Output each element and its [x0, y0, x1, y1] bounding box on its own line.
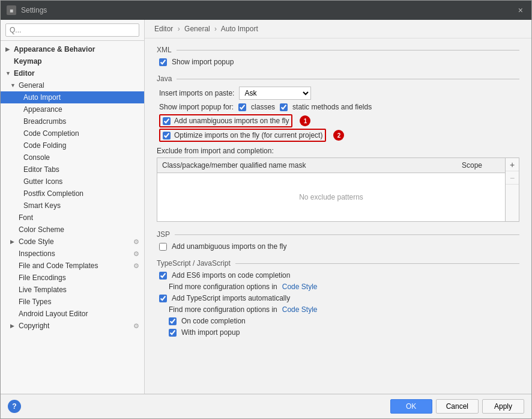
table-add-button[interactable]: +: [506, 158, 519, 171]
sidebar-item-label: Keymap: [14, 57, 42, 66]
insert-imports-select[interactable]: Ask Always Never: [239, 87, 311, 100]
ok-button[interactable]: OK: [390, 399, 432, 414]
sidebar-item-label: Appearance: [23, 105, 62, 114]
jsp-section-label: JSP: [157, 230, 519, 239]
expand-arrow: [10, 287, 16, 293]
add-typescript-checkbox[interactable]: [159, 295, 167, 302]
find-more-ts-prefix: Find more configuration options in: [169, 305, 277, 314]
optimize-imports-row: Optimize imports on the fly (for current…: [157, 129, 519, 142]
sidebar-item-label: General: [19, 81, 44, 90]
help-button[interactable]: ?: [8, 400, 21, 413]
sidebar-item-label: Editor: [14, 69, 35, 78]
sidebar-item-general[interactable]: ▼ General: [1, 79, 144, 91]
sidebar-tree: ▶ Appearance & Behavior Keymap ▼ Editor …: [1, 41, 144, 394]
code-style-link-ts[interactable]: Code Style: [282, 305, 318, 314]
title-bar-left: ■ Settings: [7, 5, 47, 15]
exclude-label: Exclude from import and completion:: [157, 147, 519, 155]
breadcrumb-part-editor: Editor: [154, 25, 173, 33]
search-box: [1, 20, 144, 41]
badge-2: 2: [333, 130, 344, 141]
with-import-popup-label: With import popup: [181, 328, 240, 337]
title-bar: ■ Settings ×: [1, 1, 531, 20]
sidebar-item-label: Editor Tabs: [23, 165, 59, 174]
xml-show-import-popup-label: Show import popup: [172, 58, 234, 66]
jsp-unambiguous-checkbox[interactable]: [159, 243, 167, 251]
java-unambiguous-checkbox[interactable]: [163, 117, 171, 125]
sidebar-item-postfix-completion[interactable]: Postfix Completion: [1, 188, 144, 200]
gear-icon: ⚙: [133, 250, 139, 258]
sidebar-item-color-scheme[interactable]: Color Scheme: [1, 224, 144, 236]
xml-section: XML Show import popup: [157, 46, 519, 66]
code-style-link-es6[interactable]: Code Style: [282, 283, 318, 291]
sidebar: ▶ Appearance & Behavior Keymap ▼ Editor …: [1, 20, 145, 394]
sidebar-item-font[interactable]: Font: [1, 212, 144, 224]
add-es6-label: Add ES6 imports on code completion: [172, 271, 290, 280]
breadcrumb-part-autoimport: Auto Import: [221, 25, 258, 33]
sidebar-item-android-layout-editor[interactable]: Android Layout Editor: [1, 308, 144, 320]
sidebar-item-code-folding[interactable]: Code Folding: [1, 139, 144, 151]
app-icon: ■: [7, 5, 16, 15]
add-typescript-row: Add TypeScript imports automatically: [157, 294, 519, 302]
sidebar-item-copyright[interactable]: ▶ Copyright ⚙: [1, 320, 144, 332]
expand-arrow: [15, 106, 21, 112]
expand-arrow: [15, 191, 21, 197]
xml-show-import-popup-checkbox[interactable]: [159, 58, 167, 66]
add-unambiguous-row: Add unambiguous imports on the fly 1: [157, 114, 519, 127]
sidebar-item-appearance[interactable]: Appearance: [1, 103, 144, 115]
search-input[interactable]: [5, 23, 139, 37]
sidebar-item-auto-import[interactable]: Auto Import: [1, 91, 144, 103]
java-unambiguous-label: Add unambiguous imports on the fly: [174, 117, 289, 125]
sidebar-item-label: Color Scheme: [19, 225, 64, 234]
sidebar-item-console[interactable]: Console: [1, 151, 144, 164]
expand-arrow: [15, 118, 21, 124]
sidebar-item-file-types[interactable]: File Types: [1, 296, 144, 308]
expand-arrow: [15, 167, 21, 173]
expand-arrow: [10, 311, 16, 317]
breadcrumb: Editor › General › Auto Import: [145, 20, 531, 38]
breadcrumb-part-general: General: [184, 25, 210, 33]
sidebar-item-live-templates[interactable]: Live Templates: [1, 284, 144, 296]
expand-arrow: [15, 142, 21, 148]
optimize-imports-bordered: Optimize imports on the fly (for current…: [159, 129, 326, 142]
sidebar-item-editor[interactable]: ▼ Editor: [1, 67, 144, 79]
dialog-body: ▶ Appearance & Behavior Keymap ▼ Editor …: [1, 20, 531, 394]
add-es6-checkbox[interactable]: [159, 272, 167, 280]
expand-arrow: [5, 58, 11, 64]
sidebar-item-breadcrumbs[interactable]: Breadcrumbs: [1, 115, 144, 127]
jsp-add-unambiguous-row: Add unambiguous imports on the fly: [157, 242, 519, 251]
sidebar-item-code-completion[interactable]: Code Completion: [1, 127, 144, 139]
sidebar-item-label: Copyright: [19, 322, 49, 330]
sidebar-item-keymap[interactable]: Keymap: [1, 55, 144, 67]
add-es6-row: Add ES6 imports on code completion: [157, 271, 519, 280]
find-more-es6-row: Find more configuration options in Code …: [157, 283, 519, 291]
sidebar-item-file-code-templates[interactable]: File and Code Templates ⚙: [1, 260, 144, 272]
sidebar-item-editor-tabs[interactable]: Editor Tabs: [1, 164, 144, 176]
main-content: Editor › General › Auto Import XML Show …: [145, 20, 531, 394]
java-optimize-label: Optimize imports on the fly (for current…: [174, 131, 322, 139]
sidebar-item-label: Smart Keys: [23, 201, 61, 210]
java-optimize-checkbox[interactable]: [163, 132, 171, 139]
sidebar-item-gutter-icons[interactable]: Gutter Icons: [1, 176, 144, 188]
with-import-popup-checkbox[interactable]: [169, 329, 177, 337]
gear-icon: ⚙: [133, 238, 139, 246]
sidebar-item-label: File Types: [19, 298, 51, 306]
close-button[interactable]: ×: [516, 4, 525, 16]
java-classes-checkbox[interactable]: [238, 103, 246, 111]
xml-section-label: XML: [157, 46, 519, 54]
sidebar-item-file-encodings[interactable]: File Encodings: [1, 272, 144, 284]
apply-button[interactable]: Apply: [482, 399, 524, 414]
java-section: Java Insert imports on paste: Ask Always…: [157, 75, 519, 222]
sidebar-item-code-style[interactable]: ▶ Code Style ⚙: [1, 236, 144, 248]
on-code-completion-checkbox[interactable]: [169, 317, 177, 325]
table-col-name: Class/package/member qualified name mask: [157, 160, 457, 171]
java-static-checkbox[interactable]: [280, 103, 288, 111]
tsjs-section-label: TypeScript / JavaScript: [157, 259, 519, 268]
table-remove-button[interactable]: −: [506, 171, 519, 185]
sidebar-item-label: Android Layout Editor: [19, 310, 88, 318]
show-import-popup-for-row: Show import popup for: classes static me…: [157, 103, 519, 111]
sidebar-item-appearance-behavior[interactable]: ▶ Appearance & Behavior: [1, 43, 144, 55]
cancel-button[interactable]: Cancel: [436, 399, 479, 414]
sidebar-item-smart-keys[interactable]: Smart Keys: [1, 200, 144, 212]
sidebar-item-label: Breadcrumbs: [23, 117, 66, 126]
sidebar-item-inspections[interactable]: Inspections ⚙: [1, 248, 144, 260]
